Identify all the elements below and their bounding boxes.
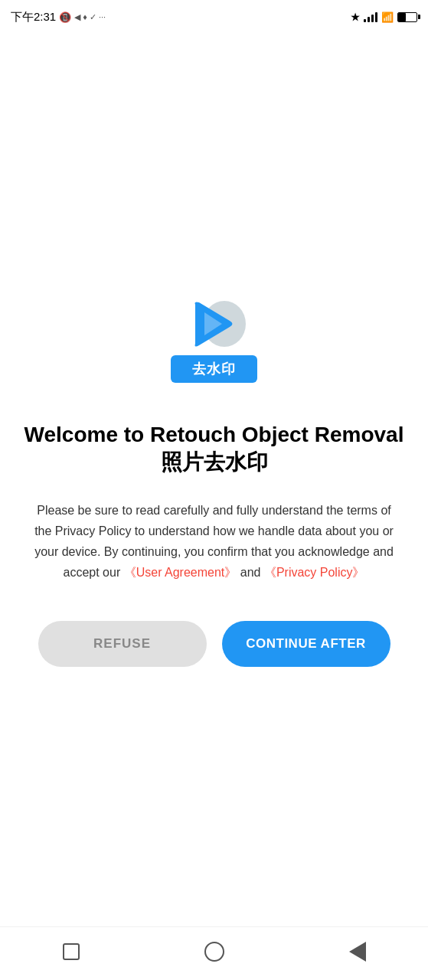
welcome-section: Welcome to Retouch Object Removal照片去水印 [23,421,405,477]
notification-icons: ◀ ♦ ✓ ··· [74,12,106,22]
logo-section: 去水印 [171,293,257,383]
status-time: 下午2:31 📵 ◀ ♦ ✓ ··· [11,10,106,24]
nav-recent-apps-button[interactable] [63,943,80,960]
privacy-policy-link[interactable]: 《Privacy Policy》 [264,566,365,579]
nav-bar [0,926,428,980]
nav-home-button[interactable] [204,942,224,962]
app-logo-graphic [172,293,256,358]
bluetooth-icon: ★ [351,11,360,23]
wifi-icon: 📶 [381,11,394,23]
nav-back-button[interactable] [349,942,366,962]
battery-icon [397,12,417,22]
app-icon: 去水印 [171,293,257,383]
description-and: and [240,566,261,579]
user-agreement-link[interactable]: 《User Agreement》 [124,566,237,579]
buttons-section: REFUSE CONTINUE AFTER [23,621,405,667]
cell-signal-icon [364,11,377,22]
continue-button[interactable]: CONTINUE AFTER [222,621,390,667]
welcome-title: Welcome to Retouch Object Removal照片去水印 [23,421,405,477]
main-content: 去水印 Welcome to Retouch Object Removal照片去… [0,34,428,926]
time-display: 下午2:31 [11,10,56,24]
description-section: Please be sure to read carefully and ful… [23,500,405,583]
refuse-button[interactable]: REFUSE [38,621,207,667]
status-icons: ★ 📶 [351,11,417,23]
status-bar: 下午2:31 📵 ◀ ♦ ✓ ··· ★ 📶 [0,0,428,34]
app-label: 去水印 [171,355,257,383]
description-text: Please be sure to read carefully and ful… [31,500,397,583]
signal-icon: 📵 [59,11,71,23]
